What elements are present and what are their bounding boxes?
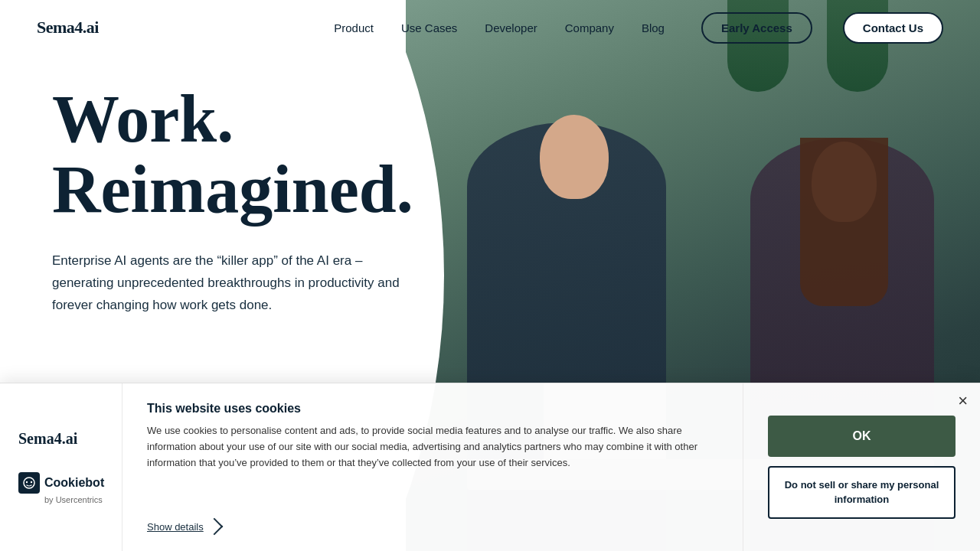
cookie-site-logo: Sema4.ai <box>18 430 77 448</box>
cookie-ok-button[interactable]: OK <box>768 416 956 457</box>
nav-blog[interactable]: Blog <box>642 21 665 34</box>
nav-developer[interactable]: Developer <box>485 21 537 34</box>
cookie-no-sell-button[interactable]: Do not sell or share my personal informa… <box>768 466 956 518</box>
early-access-button[interactable]: Early Access <box>701 12 812 44</box>
svg-point-2 <box>31 481 32 483</box>
svg-point-0 <box>24 478 34 488</box>
nav-company[interactable]: Company <box>565 21 614 34</box>
hero-title-line2: Reimagined. <box>52 152 413 227</box>
cookiebot-name: Cookiebot <box>44 476 104 490</box>
hero-subtitle: Enterprise AI agents are the “killer app… <box>52 250 420 317</box>
hero-title-line1: Work. <box>52 82 234 156</box>
nav-product[interactable]: Product <box>334 21 374 34</box>
cookiebot-icon <box>18 472 40 494</box>
site-logo: Sema4.ai <box>37 18 99 37</box>
cookie-actions: OK Do not sell or share my personal info… <box>743 383 980 551</box>
cookiebot-sub: by Usercentrics <box>44 495 103 504</box>
cookie-title: This website uses cookies <box>147 402 718 416</box>
hero-content: Work. Reimagined. Enterprise AI agents a… <box>52 84 420 316</box>
cookiebot-brand: Cookiebot <box>18 472 104 494</box>
cookie-banner: × Sema4.ai Cookiebot by Usercentrics T <box>0 383 980 551</box>
cookie-close-button[interactable]: × <box>958 393 968 409</box>
show-details-label: Show details <box>147 521 204 533</box>
cookie-banner-main: This website uses cookies We use cookies… <box>122 383 743 551</box>
contact-us-button[interactable]: Contact Us <box>843 12 943 44</box>
cookie-show-details-button[interactable]: Show details <box>147 521 718 533</box>
main-nav: Product Use Cases Developer Company Blog… <box>334 12 943 44</box>
cookiebot-logo: Cookiebot by Usercentrics <box>18 472 104 504</box>
nav-use-cases[interactable]: Use Cases <box>401 21 457 34</box>
header: Sema4.ai Product Use Cases Developer Com… <box>0 0 980 55</box>
cookie-body: We use cookies to personalise content an… <box>147 423 718 471</box>
svg-point-1 <box>26 481 28 483</box>
cookie-banner-left: Sema4.ai Cookiebot by Usercentrics <box>0 383 122 551</box>
hero-title: Work. Reimagined. <box>52 84 420 226</box>
chevron-right-icon <box>205 517 223 535</box>
